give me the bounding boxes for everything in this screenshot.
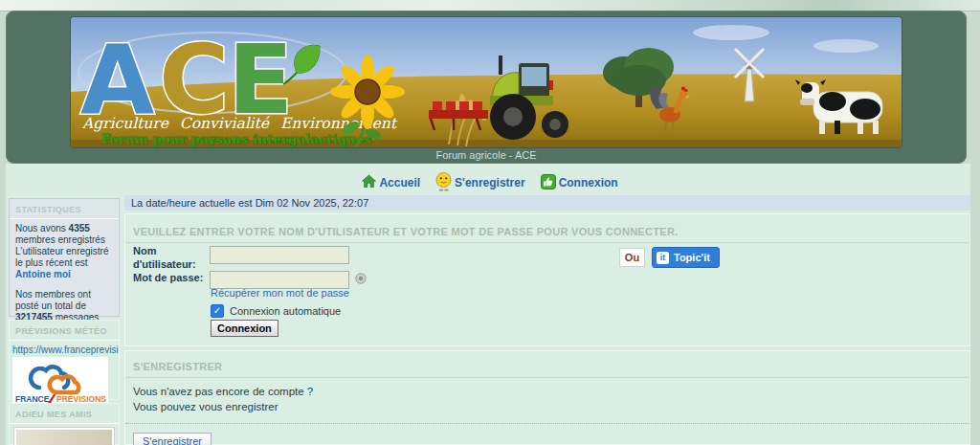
forum-title: Forum agricole - ACE	[6, 149, 967, 161]
members-count: 4355	[69, 223, 90, 234]
forum-banner[interactable]: A C E Agriculture Convivialité Environne…	[71, 17, 902, 147]
register-header: S'ENREGISTRER	[125, 351, 969, 378]
nav-home[interactable]: Accueil	[362, 174, 420, 191]
username-input[interactable]	[210, 246, 349, 264]
topicit-button-label: Topic'it	[674, 252, 710, 263]
autologin-checkbox[interactable]	[211, 304, 224, 318]
main-navbar: Accueil S'enregistrer Connexion	[0, 171, 980, 194]
or-label: Ou	[619, 248, 645, 267]
nav-register[interactable]: S'enregistrer	[435, 172, 525, 194]
nav-login[interactable]: Connexion	[541, 174, 618, 192]
date-bar: La date/heure actuelle est Dim 02 Nov 20…	[124, 195, 970, 211]
password-label: Mot de passe:	[133, 272, 210, 285]
login-submit-button[interactable]: Connexion	[211, 320, 278, 337]
weather-url-link[interactable]: https://www.franceprevisions.	[10, 341, 119, 357]
statistics-body: Nous avons 4355 membres enregistrés L'ut…	[10, 219, 119, 335]
newest-member-link[interactable]: Antoine moi	[15, 269, 71, 279]
show-password-icon[interactable]	[355, 273, 367, 284]
register-text: Vous n'avez pas encore de compte ? Vous …	[125, 378, 969, 414]
nav-register-label: S'enregistrer	[455, 176, 525, 189]
register-line2: Vous pouvez vous enregistrer	[133, 401, 278, 412]
stats-members-line: Nous avons 4355 membres enregistrés L'ut…	[15, 223, 113, 280]
topicit-login-button[interactable]: it Topic'it	[652, 247, 720, 268]
register-divider	[125, 423, 969, 424]
orange-cloud-icon	[50, 376, 78, 392]
weather-title: PRÉVISIONS MÉTÉO	[10, 321, 119, 341]
statistics-widget: STATISTIQUES Nous avons 4355 membres enr…	[9, 198, 120, 317]
login-header: VEUILLEZ ENTRER VOTRE NOM D'UTILISATEUR …	[125, 214, 969, 243]
friends-photo	[14, 428, 114, 445]
nav-login-label: Connexion	[559, 176, 618, 189]
home-icon	[362, 174, 376, 191]
thumbs-up-icon	[541, 174, 556, 192]
friends-title: ADIEU MES AMIS	[10, 404, 119, 424]
weather-widget: PRÉVISIONS MÉTÉO https://www.franceprevi…	[9, 320, 120, 400]
register-panel: S'ENREGISTRER Vous n'avez pas encore de …	[124, 350, 970, 445]
friends-widget: ADIEU MES AMIS	[9, 403, 120, 445]
username-label: Nom d'utilisateur:	[133, 245, 210, 272]
recover-password-link[interactable]: Récupérer mon mot de passe	[211, 287, 349, 299]
france-previsions-logo[interactable]: FRANCE PRÉVISIONS	[12, 357, 108, 405]
nav-home-label: Accueil	[379, 176, 420, 189]
autologin-label: Connexion automatique	[230, 305, 341, 317]
login-panel: VEUILLEZ ENTRER VOTRE NOM D'UTILISATEUR …	[124, 213, 970, 346]
smiley-icon	[435, 172, 452, 194]
banner-subtitle: Forum pour paysans intergalactiques	[101, 131, 372, 146]
autologin-row: Connexion automatique	[211, 304, 341, 318]
header-wrapper: A C E Agriculture Convivialité Environne…	[6, 11, 967, 164]
statistics-title: STATISTIQUES	[10, 199, 119, 219]
page: A C E Agriculture Convivialité Environne…	[0, 0, 980, 445]
register-button[interactable]: S'enregistrer	[133, 433, 212, 445]
topicit-icon: it	[657, 252, 669, 264]
register-line1: Vous n'avez pas encore de compte ?	[133, 386, 313, 397]
